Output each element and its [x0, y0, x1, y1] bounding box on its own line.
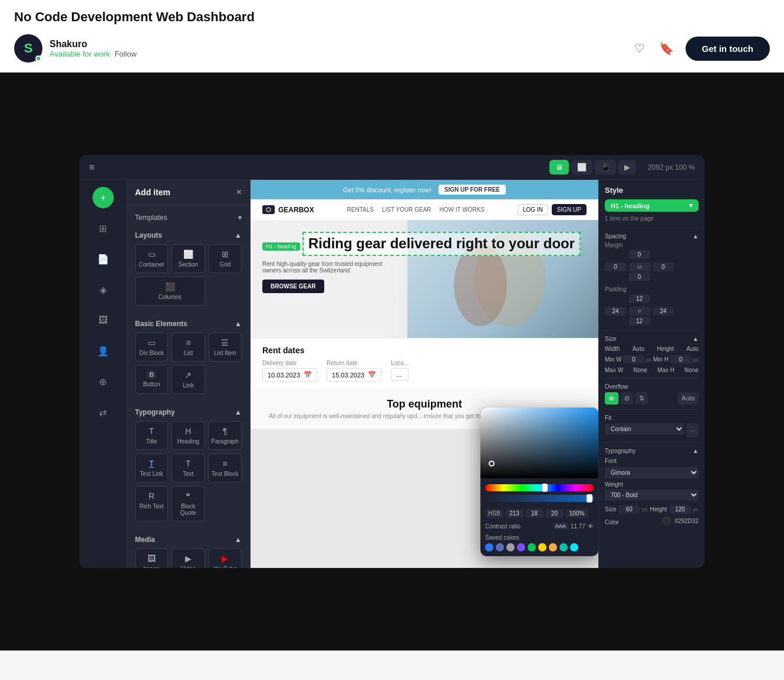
padding-left-input[interactable] [605, 307, 626, 316]
login-button[interactable]: LOG IN [518, 204, 548, 215]
get-in-touch-button[interactable]: Get in touch [686, 37, 770, 61]
color-picker-thumb[interactable] [489, 461, 495, 467]
bright-input[interactable] [546, 509, 564, 518]
saved-colors-dots [485, 543, 594, 551]
margin-bottom-input[interactable] [629, 272, 650, 281]
saved-color-5[interactable] [528, 543, 536, 551]
button-item[interactable]: B Button [135, 365, 168, 394]
container-item[interactable]: ▭ Container [135, 244, 168, 273]
list-item[interactable]: ≡ List [172, 333, 205, 362]
image-item[interactable]: 🖼 Image [135, 548, 168, 568]
paragraph-item[interactable]: ¶ Paragraph [208, 421, 242, 450]
layouts-section-header[interactable]: Layouts▲ [135, 231, 242, 239]
heading-item[interactable]: H Heading [172, 421, 205, 450]
browse-gear-button[interactable]: BROWSE GEAR [262, 280, 324, 293]
device-tablet-button[interactable]: ⬜ [571, 160, 592, 175]
weight-select[interactable]: 700 - Bold [605, 490, 699, 501]
left-sidebar: ＋ ⊞ 📄 ◈ 🖼 👤 ⊕ ⇄ [80, 180, 127, 568]
style-element-badge[interactable]: H1 - heading ▾ [605, 199, 699, 212]
sidebar-add-icon[interactable]: ＋ [93, 187, 114, 208]
follow-link[interactable]: Follow [114, 50, 137, 58]
rent-title: Rent dates [262, 346, 587, 355]
grid-item[interactable]: ⊞ Grid [209, 244, 242, 273]
sat-input[interactable] [526, 509, 543, 518]
columns-item[interactable]: ⬛ Columns [135, 277, 205, 305]
media-section-header[interactable]: Media▲ [135, 536, 242, 544]
menu-icon[interactable]: ≡ [89, 162, 94, 173]
section-item[interactable]: ⬜ Section [172, 244, 205, 273]
fit-options-button[interactable]: ··· [686, 423, 699, 438]
saved-color-3[interactable] [506, 543, 515, 551]
color-mode-button[interactable]: HSB [485, 509, 503, 518]
fit-select[interactable]: Contain Cover Fill [605, 423, 684, 435]
device-preview-button[interactable]: ▶ [618, 160, 636, 175]
title-item[interactable]: T Title [135, 421, 168, 450]
sidebar-pages-icon[interactable]: 📄 [93, 248, 114, 270]
rich-text-item[interactable]: R Rich Text [135, 486, 168, 521]
video-item[interactable]: ▶ Video [172, 548, 205, 568]
sidebar-plus-circle-icon[interactable]: ⊕ [93, 371, 114, 392]
color-swatch[interactable] [663, 517, 671, 525]
div-block-item[interactable]: ▭ Div Block [135, 333, 168, 362]
basic-elements-section-header[interactable]: Basic Elements▲ [135, 320, 242, 328]
link-item[interactable]: ↗ Link [172, 365, 205, 394]
like-button[interactable]: ♡ [632, 39, 647, 58]
min-w-input[interactable] [623, 355, 644, 364]
delivery-date-field: Delivery date 10.03.2023 📅 [262, 360, 317, 382]
color-alpha-slider[interactable] [485, 495, 594, 502]
paragraph-icon: ¶ [223, 426, 228, 436]
text-block-item[interactable]: ≡ Text Block [208, 454, 242, 482]
overflow-hidden-button[interactable]: ⊘ [621, 392, 633, 405]
text-item[interactable]: T Text [172, 454, 205, 482]
margin-left-input[interactable] [605, 262, 626, 271]
text-link-item[interactable]: T Text Link [135, 454, 168, 482]
list-item-item[interactable]: ☰ List Item [209, 333, 242, 362]
alpha-input[interactable] [566, 509, 588, 518]
padding-right-input[interactable] [653, 307, 674, 316]
device-mobile-button[interactable]: 📱 [595, 160, 616, 175]
font-select[interactable]: Gimora [605, 467, 699, 478]
overflow-scroll-button[interactable]: ⇅ [635, 392, 648, 405]
color-value: #292D32 [674, 518, 699, 524]
color-gradient-canvas[interactable] [480, 408, 598, 478]
saved-color-1[interactable] [485, 543, 493, 551]
sidebar-media-icon[interactable]: 🖼 [93, 310, 114, 331]
saved-color-2[interactable] [496, 543, 504, 551]
min-h-input[interactable] [670, 355, 691, 364]
typography-collapse-icon[interactable]: ▲ [693, 448, 699, 454]
margin-top-input[interactable] [629, 250, 650, 259]
color-hue-slider[interactable] [485, 484, 594, 491]
spacing-collapse-icon[interactable]: ▲ [693, 233, 699, 239]
overflow-visible-button[interactable]: 👁 [605, 392, 618, 405]
bookmark-button[interactable]: 🔖 [657, 39, 676, 58]
font-size-input[interactable] [618, 505, 640, 514]
contrast-value: 11.77 [571, 523, 585, 530]
sidebar-logic-icon[interactable]: ⇄ [93, 402, 114, 423]
line-height-input[interactable] [670, 505, 691, 514]
padding-bottom-input[interactable] [629, 317, 650, 326]
device-desktop-button[interactable]: 🖥 [549, 160, 569, 175]
saved-color-9[interactable] [570, 543, 578, 551]
youtube-icon: ▶ [222, 554, 228, 563]
templates-row[interactable]: Templates ▾ [135, 211, 242, 224]
padding-top-input[interactable] [629, 294, 650, 303]
block-quote-item[interactable]: ❝ Block Quote [172, 486, 205, 521]
hue-input[interactable] [506, 509, 523, 518]
saved-color-7[interactable] [549, 543, 557, 551]
close-panel-button[interactable]: × [236, 187, 242, 198]
size-collapse-icon[interactable]: ▲ [693, 336, 699, 342]
eye-icon[interactable]: 👁 [588, 523, 594, 530]
youtube-item[interactable]: ▶ YouTube [209, 548, 242, 568]
saved-color-8[interactable] [559, 543, 568, 551]
saved-color-4[interactable] [517, 543, 525, 551]
hue-thumb [542, 484, 548, 492]
saved-color-6[interactable] [538, 543, 546, 551]
margin-right-input[interactable] [653, 262, 674, 271]
sidebar-layers-icon[interactable]: ⊞ [93, 218, 114, 239]
typography-section-header[interactable]: Typography▲ [135, 408, 242, 416]
site-signup-button[interactable]: SIGN UP [552, 204, 587, 215]
sidebar-components-icon[interactable]: ◈ [93, 279, 114, 300]
signup-banner-button[interactable]: SIGN UP FOR FREE [439, 185, 506, 195]
sidebar-user-icon[interactable]: 👤 [93, 340, 114, 362]
overflow-label: Overflow [605, 383, 628, 390]
